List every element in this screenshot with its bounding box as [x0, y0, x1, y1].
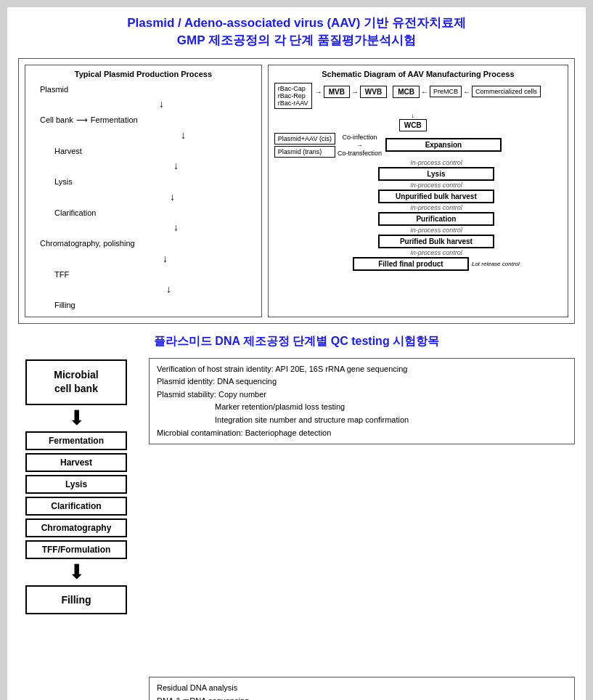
- lot-release-label: Lot release control: [472, 261, 520, 267]
- plasmid-cis-box: Plasmid+AAV (cis): [274, 133, 335, 145]
- qc-filling-info-wrapper: Residual DNA analysis DNA & mRNA sequenc…: [149, 677, 575, 700]
- arrow5: ↓: [98, 219, 254, 237]
- lysis-box: Lysis: [378, 167, 494, 181]
- purified-box: Purified Bulk harvest: [378, 235, 494, 248]
- main-title: Plasmid / Adeno-associated virus (AAV) 기…: [18, 15, 575, 49]
- harvest-label: Harvest: [54, 145, 254, 158]
- qc-harvest-box: Harvest: [25, 453, 127, 472]
- filled-box: Filled final product: [353, 257, 469, 271]
- clarification-label: Clarification: [54, 206, 254, 220]
- arrow-wvb: →: [351, 88, 359, 96]
- mcb-box: MCB: [393, 86, 420, 98]
- qc-lysis-box: Lysis: [25, 475, 127, 494]
- qc-chromatography-box: Chromatography: [25, 518, 127, 537]
- arrow7: ↓: [83, 281, 254, 298]
- top-panels: Typical Plasmid Production Process Plasm…: [18, 58, 575, 324]
- in-process-3: In-process control: [410, 204, 462, 211]
- tff-label: TFF: [54, 268, 254, 282]
- in-process-2: In-process control: [410, 182, 462, 189]
- arrow4: ↓: [91, 189, 254, 206]
- co-transfection-label: Co-transfection: [338, 150, 382, 157]
- qc-filling-info: Residual DNA analysis DNA & mRNA sequenc…: [149, 677, 575, 700]
- rbac-box: rBac-Cap rBac-Rep rBac-rAAV: [274, 83, 312, 109]
- commercialized-box: Commercialized cells: [472, 86, 541, 97]
- arrow-mvb: →: [315, 88, 322, 96]
- plasmid-label: Plasmid: [40, 83, 254, 97]
- premcb-box: PreMCB: [430, 86, 462, 97]
- wvb-box: WVB: [360, 86, 387, 98]
- purification-box: Purification: [378, 212, 494, 226]
- lysis-label: Lysis: [54, 175, 254, 189]
- arrow1: ↓: [69, 96, 254, 113]
- qc-cellbank-box: Microbial cell bank: [25, 359, 127, 405]
- right-panel: Schematic Diagram of AAV Manufacturing P…: [268, 65, 568, 317]
- qc-tff-box: TFF/Formulation: [25, 540, 127, 559]
- page: Plasmid / Adeno-associated virus (AAV) 기…: [7, 7, 586, 700]
- arrow2: ↓: [113, 127, 254, 145]
- qc-right: Verification of host strain identity: AP…: [149, 358, 575, 700]
- qc-left: Microbial cell bank ⬇ Fermentation Harve…: [18, 358, 134, 616]
- in-process-5: In-process control: [410, 249, 462, 256]
- qc-fermentation-box: Fermentation: [25, 431, 127, 450]
- wcb-box: WCB: [399, 119, 427, 131]
- fermentation-label: Fermentation: [91, 113, 138, 127]
- in-process-4: In-process control: [410, 227, 462, 234]
- left-panel-title: Typical Plasmid Production Process: [33, 70, 254, 78]
- big-arrow-2: ⬇: [68, 562, 85, 582]
- co-infection-label: Co-infection: [342, 134, 377, 141]
- chromatography-label: Chromatography, polishing: [40, 237, 254, 251]
- qc-clarification-box: Clarification: [25, 497, 127, 516]
- in-process-1: In-process control: [410, 159, 462, 166]
- plasmid-trans-box: Plasmid (trans): [274, 146, 335, 158]
- cellbank-row: Cell bank ⟶ Fermentation: [40, 113, 254, 127]
- cellbank-label: Cell bank: [40, 113, 73, 127]
- expansion-box: Expansion: [385, 138, 502, 152]
- mvb-box: MVB: [324, 86, 350, 98]
- qc-filling-box: Filling: [25, 585, 127, 614]
- arrow3: ↓: [98, 158, 254, 175]
- qc-cellbank-info: Verification of host strain identity: AP…: [149, 358, 575, 445]
- unpurified-box: Unpurified bulk harvest: [378, 190, 494, 203]
- section2-title: 플라스미드 DNA 제조공정 단계별 QC testing 시험항목: [18, 334, 575, 349]
- plasmid-flow: Plasmid ↓ Cell bank ⟶ Fermentation ↓ Har…: [33, 83, 254, 312]
- qc-section: Microbial cell bank ⬇ Fermentation Harve…: [18, 358, 575, 700]
- big-arrow-1: ⬇: [68, 408, 85, 428]
- right-panel-title: Schematic Diagram of AAV Manufacturing P…: [274, 70, 562, 78]
- left-panel: Typical Plasmid Production Process Plasm…: [25, 65, 262, 317]
- arrow6: ↓: [76, 251, 254, 268]
- filling-label: Filling: [54, 298, 254, 312]
- aav-diagram: rBac-Cap rBac-Rep rBac-rAAV → MVB → WVB …: [274, 83, 562, 272]
- arrow-right: ⟶: [76, 113, 88, 127]
